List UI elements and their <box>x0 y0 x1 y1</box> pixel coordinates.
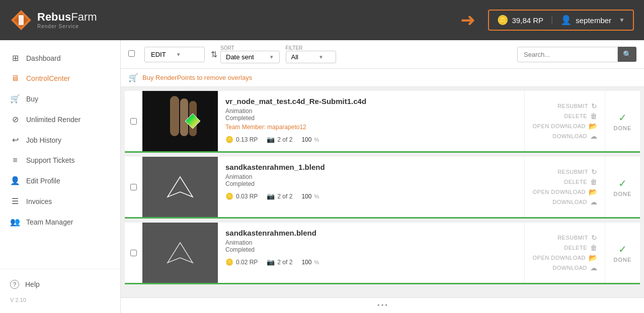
download-action[interactable]: DOWNLOAD ☁ <box>532 132 597 140</box>
edit-dropdown[interactable]: EDIT ▼ <box>144 47 205 62</box>
cart-icon: 🛒 <box>128 73 138 82</box>
username: september <box>576 16 611 25</box>
resubmit-icon[interactable]: ↻ <box>591 168 597 176</box>
job1-member: Team Member: maparapeto12 <box>225 124 517 131</box>
job3-stats: 🪙 0.02 RP 📷 2 of 2 100 % <box>225 258 517 266</box>
download-action[interactable]: DOWNLOAD ☁ <box>532 198 597 206</box>
sidebar-item-editprofile[interactable]: 👤 Edit Profile <box>0 170 120 191</box>
pagination-area: • • • <box>121 297 644 313</box>
job2-checkbox[interactable] <box>125 157 142 217</box>
job3-rp: 0.02 RP <box>236 259 258 266</box>
sidebar-item-invoices[interactable]: ☰ Invoices <box>0 191 120 212</box>
download-label: DOWNLOAD <box>552 265 587 271</box>
open-download-action[interactable]: OPEN DOWNLOAD 📂 <box>532 254 597 262</box>
job1-stats: 🪙 0.13 RP 📷 2 of 2 100 % <box>225 136 517 143</box>
version-label: V 2.10 <box>0 294 120 305</box>
header-right: ➜ 🪙 39,84 RP | 👤 september ▼ <box>460 10 634 31</box>
select-all-checkbox[interactable] <box>128 50 138 59</box>
job3-rp-stat: 🪙 0.02 RP <box>225 258 258 266</box>
balance-icon: 🪙 <box>497 15 508 26</box>
resubmit-icon[interactable]: ↻ <box>591 234 597 242</box>
done-check-icon: ✓ <box>618 112 627 124</box>
banner-text[interactable]: Buy RenderPoints to remove overlays <box>142 74 252 81</box>
done-label: DONE <box>614 125 632 131</box>
open-download-icon[interactable]: 📂 <box>589 254 597 262</box>
balance-value: 39,84 RP <box>512 16 544 25</box>
sidebar-item-dashboard[interactable]: ⊞ Dashboard <box>0 48 120 68</box>
download-icon[interactable]: ☁ <box>590 132 597 140</box>
delete-icon[interactable]: 🗑 <box>590 178 597 186</box>
sidebar-item-teammanager[interactable]: 👥 Team Manager <box>0 212 120 232</box>
sidebar: ⊞ Dashboard 🖥 ControlCenter 🛒 Buy ⊘ Unli… <box>0 40 121 313</box>
pagination-dots: • • • <box>377 302 387 309</box>
table-row: vr_node_mat_test.c4d_Re-Submit1.c4d Anim… <box>125 91 640 153</box>
account-box[interactable]: 🪙 39,84 RP | 👤 september ▼ <box>488 10 634 31</box>
balance-area: 🪙 39,84 RP <box>497 15 544 26</box>
account-dropdown-arrow[interactable]: ▼ <box>619 17 625 24</box>
delete-action[interactable]: DELETE 🗑 <box>532 244 597 252</box>
open-download-action[interactable]: OPEN DOWNLOAD 📂 <box>532 122 597 130</box>
open-download-icon[interactable]: 📂 <box>589 188 597 196</box>
resubmit-action[interactable]: RESUBMIT ↻ <box>532 234 597 242</box>
sidebar-item-controlcenter[interactable]: 🖥 ControlCenter <box>0 68 120 88</box>
svg-rect-4 <box>170 96 179 136</box>
sort-dropdown-arrow: ▼ <box>269 54 274 60</box>
done-label: DONE <box>614 257 632 263</box>
filter-dropdown[interactable]: All ▼ <box>286 51 336 63</box>
download-icon[interactable]: ☁ <box>590 198 597 206</box>
sidebar-item-label: Buy <box>26 95 38 103</box>
download-icon[interactable]: ☁ <box>590 264 597 272</box>
help-icon: ? <box>10 280 19 289</box>
logo-icon <box>10 9 32 31</box>
resubmit-icon[interactable]: ↻ <box>591 102 597 110</box>
invoices-icon: ☰ <box>10 196 20 206</box>
open-download-icon[interactable]: 📂 <box>589 122 597 130</box>
resubmit-action[interactable]: RESUBMIT ↻ <box>532 168 597 176</box>
rp-icon: 🪙 <box>225 192 233 200</box>
job2-rp-stat: 🪙 0.03 RP <box>225 192 258 200</box>
svg-rect-5 <box>180 98 188 136</box>
svg-rect-12 <box>142 223 218 283</box>
sidebar-item-label: ControlCenter <box>26 74 70 82</box>
header: RebusFarm Render Service ➜ 🪙 39,84 RP | … <box>0 0 644 40</box>
download-label: DOWNLOAD <box>552 133 587 139</box>
sidebar-item-buy[interactable]: 🛒 Buy <box>0 88 120 109</box>
sidebar-item-support[interactable]: ≡ Support Tickets <box>0 150 120 170</box>
sidebar-item-help[interactable]: ? Help <box>0 274 120 294</box>
table-row: sandkastenrahmen_1.blend Animation Compl… <box>125 157 640 219</box>
job2-status: Completed <box>225 180 517 187</box>
search-button[interactable]: 🔍 <box>618 47 636 62</box>
search-input[interactable] <box>517 47 618 62</box>
job3-done-badge: ✓ DONE <box>605 223 640 283</box>
job1-frames-stat: 📷 2 of 2 <box>267 136 292 143</box>
sidebar-item-label: Help <box>25 280 40 288</box>
job1-percent: % <box>314 137 319 143</box>
delete-action[interactable]: DELETE 🗑 <box>532 112 597 120</box>
sidebar-item-unlimited[interactable]: ⊘ Unlimited Render <box>0 109 120 130</box>
job1-checkbox[interactable] <box>125 91 142 151</box>
delete-icon[interactable]: 🗑 <box>590 112 597 120</box>
logo-subtitle: Render Service <box>37 24 97 29</box>
delete-icon[interactable]: 🗑 <box>590 244 597 252</box>
job1-status: Completed <box>225 115 517 122</box>
done-check-icon: ✓ <box>618 177 627 189</box>
sidebar-item-jobhistory[interactable]: ↩ Job History <box>0 130 120 150</box>
job2-thumbnail <box>142 157 218 217</box>
download-action[interactable]: DOWNLOAD ☁ <box>532 264 597 272</box>
open-download-action[interactable]: OPEN DOWNLOAD 📂 <box>532 188 597 196</box>
job1-progress: 100 <box>301 136 311 143</box>
teammanager-icon: 👥 <box>10 217 20 227</box>
job3-info: sandkastenrahmen.blend Animation Complet… <box>218 223 524 283</box>
job1-rp: 0.13 RP <box>236 136 258 143</box>
buy-renderpoints-banner[interactable]: 🛒 Buy RenderPoints to remove overlays <box>121 69 644 87</box>
delete-action[interactable]: DELETE 🗑 <box>532 178 597 186</box>
job3-checkbox[interactable] <box>125 223 142 283</box>
resubmit-action[interactable]: RESUBMIT ↻ <box>532 102 597 110</box>
toolbar: EDIT ▼ ⇅ SORT Date sent ▼ FILTER All ▼ <box>121 40 644 69</box>
content-area: EDIT ▼ ⇅ SORT Date sent ▼ FILTER All ▼ <box>121 40 644 313</box>
sort-dropdown[interactable]: Date sent ▼ <box>220 51 280 63</box>
job1-done-badge: ✓ DONE <box>605 91 640 151</box>
svg-rect-10 <box>142 157 218 217</box>
rp-icon: 🪙 <box>225 258 233 266</box>
job1-frames: 2 of 2 <box>277 136 292 143</box>
